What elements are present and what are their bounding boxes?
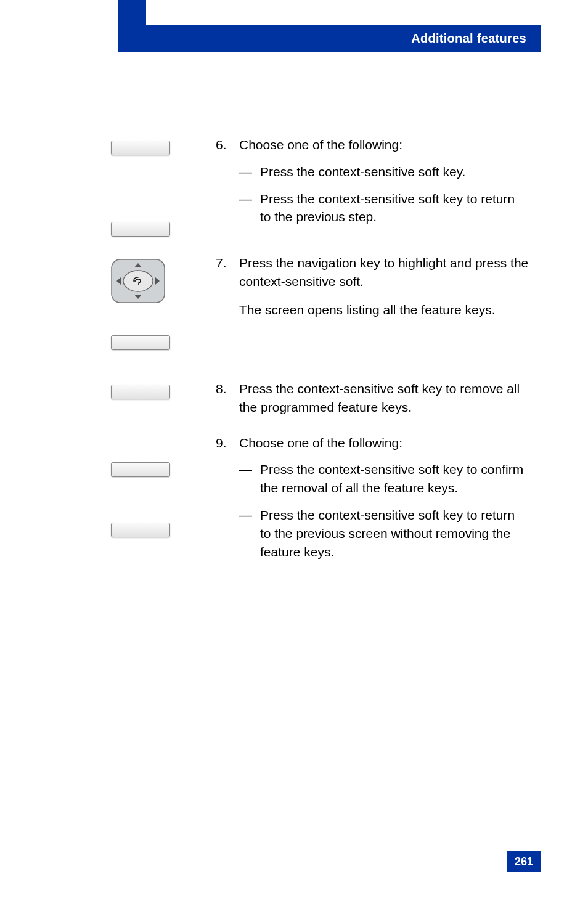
svg-point-1 [123,271,153,291]
text: context-sensitive soft key. [319,165,466,179]
text: navigation key to highlight [298,256,451,270]
text: screen opens listing all the feature key… [265,303,496,317]
content: 6. Choose one of the following: — Press … [111,136,533,587]
list-item: — Press the context-sensitive soft key t… [239,190,529,227]
page: Additional features 6. Choose one of the… [0,0,588,909]
text: Press the [239,256,298,270]
step-8-icons [111,380,216,399]
text: and press the [450,256,528,270]
dash-icon: — [239,506,260,561]
step-number: 6. [216,136,239,154]
step-9-lead: Choose one of the following: [239,436,402,450]
navigation-key-icon [111,259,165,303]
step-number: 9. [216,434,239,452]
softkey-icon [111,222,170,237]
step-9-icons [111,434,216,537]
step-number: 7. [216,254,239,272]
step-6-text: 6. Choose one of the following: — Press … [216,136,533,235]
dash-icon: — [239,190,260,227]
text: The [239,303,265,317]
step-9-list: — Press the context-sensitive soft key t… [239,460,529,561]
step-6-row: 6. Choose one of the following: — Press … [111,136,533,237]
list-item: — Press the context-sensitive soft key t… [239,460,529,497]
step-6-list: — Press the context-sensitive soft key. … [239,163,529,226]
dash-icon: — [239,460,260,497]
step-6-lead: Choose one of the following: [239,137,402,152]
softkey-icon [111,335,170,350]
text: Press the [239,381,298,396]
step-9-row: 9. Choose one of the following: — Press … [111,434,533,570]
step-8-row: 8. Press the context-sensitive soft key … [111,380,533,417]
list-item: — Press the context-sensitive soft key. [239,163,529,181]
header-bar: Additional features [146,25,541,52]
softkey-icon [111,385,170,399]
softkey-icon [111,523,170,537]
dash-icon: — [239,163,260,181]
text: Press the [260,462,319,476]
page-number: 261 [515,855,533,868]
step-7-icons [111,254,216,350]
step-6-icons [111,136,216,237]
text: Press the [260,508,319,522]
list-item: — Press the context-sensitive soft key t… [239,506,529,561]
softkey-icon [111,462,170,477]
header-title: Additional features [411,31,526,46]
step-7-text: 7. Press the navigation key to highlight… [216,254,533,319]
page-number-box: 261 [507,851,541,872]
header-tab [118,0,146,52]
text: context-sensitive soft. [239,274,364,288]
step-8-text: 8. Press the context-sensitive soft key … [216,380,533,417]
text: Press the [260,192,319,206]
step-9-text: 9. Choose one of the following: — Press … [216,434,533,570]
text: Press the [260,165,319,179]
step-7-row: 7. Press the navigation key to highlight… [111,254,533,350]
softkey-icon [111,141,170,155]
step-number: 8. [216,380,239,398]
